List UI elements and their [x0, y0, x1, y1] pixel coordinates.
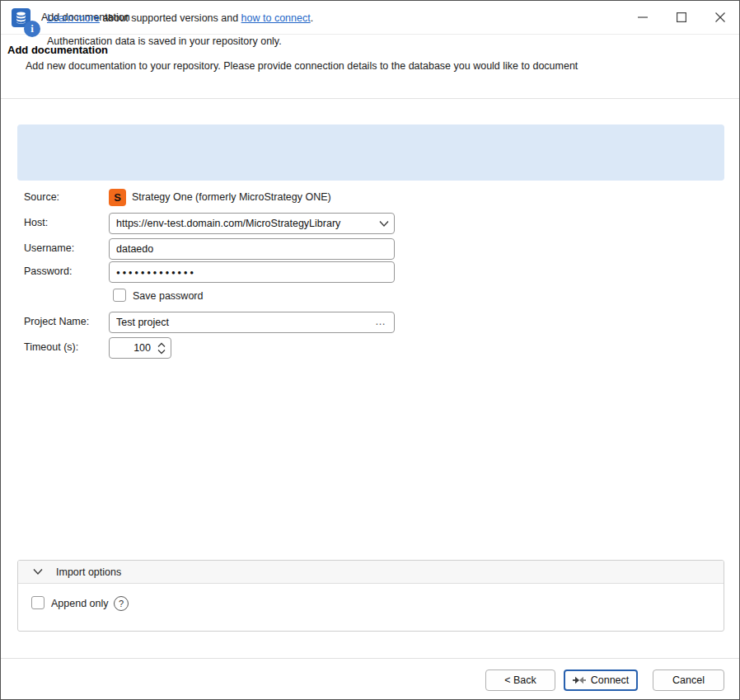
info-line-2: Authentication data is saved in your rep…	[47, 35, 282, 47]
timeout-label: Timeout (s):	[24, 341, 78, 353]
import-options-body: Append only ?	[18, 584, 724, 632]
save-password-label: Save password	[133, 290, 203, 302]
info-line-1: Learn more about supported versions and …	[47, 12, 313, 24]
append-only-label: Append only	[51, 598, 109, 609]
host-combobox	[109, 213, 395, 234]
add-documentation-dialog: Add documentation Add documentation Add …	[0, 0, 740, 700]
save-password-checkbox[interactable]	[113, 289, 126, 302]
connect-button[interactable]: Connect	[564, 669, 638, 691]
project-name-input[interactable]	[109, 312, 395, 333]
info-banner	[17, 124, 724, 181]
header-separator	[1, 98, 740, 99]
import-options-panel: Import options Append only ?	[17, 560, 724, 632]
how-to-connect-link[interactable]: how to connect	[241, 12, 311, 24]
import-options-header[interactable]: Import options	[18, 561, 724, 584]
timeout-stepper	[109, 337, 171, 359]
password-input[interactable]	[109, 261, 395, 283]
append-only-checkbox[interactable]	[31, 596, 44, 609]
connect-plug-icon	[573, 676, 586, 684]
import-options-title: Import options	[56, 566, 121, 578]
learn-more-link[interactable]: Learn more	[47, 12, 100, 24]
connect-button-label: Connect	[591, 674, 630, 686]
help-question-icon[interactable]: ?	[114, 596, 129, 611]
browse-ellipsis-icon[interactable]: …	[372, 313, 390, 330]
maximize-icon[interactable]	[662, 1, 700, 34]
password-label: Password:	[24, 265, 72, 277]
footer-separator	[1, 658, 740, 659]
close-icon[interactable]	[700, 1, 739, 34]
cancel-button-label: Cancel	[672, 674, 705, 686]
username-input[interactable]	[109, 238, 395, 260]
cancel-button[interactable]: Cancel	[653, 669, 724, 691]
project-name-label: Project Name:	[24, 316, 89, 327]
username-label: Username:	[24, 242, 74, 254]
back-button-label: < Back	[504, 674, 536, 686]
back-button[interactable]: < Back	[485, 669, 555, 691]
collapse-chevron-icon[interactable]	[33, 568, 43, 576]
minimize-icon[interactable]	[623, 1, 662, 34]
source-value: Strategy One (formerly MicroStrategy ONE…	[132, 191, 331, 203]
database-stack-icon	[16, 12, 26, 24]
source-label: Source:	[24, 191, 59, 203]
window-controls	[623, 1, 739, 34]
host-input[interactable]	[109, 213, 395, 234]
strategy-one-logo-icon: S	[109, 189, 126, 206]
host-label: Host:	[24, 217, 48, 228]
info-circle-icon: i	[24, 21, 40, 37]
info-text-1: about supported versions and	[100, 12, 241, 24]
info-text-2: .	[311, 12, 313, 24]
chevron-down-icon[interactable]	[379, 220, 389, 228]
spinner-up-down-icon[interactable]	[157, 341, 166, 355]
project-name-field: …	[109, 312, 395, 333]
page-description: Add new documentation to your repository…	[26, 59, 627, 73]
